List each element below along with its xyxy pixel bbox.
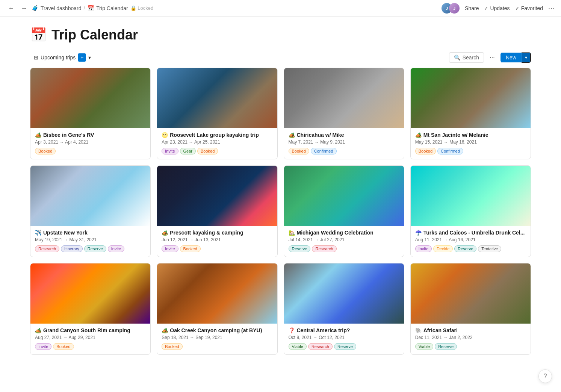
- travel-dashboard-icon: 🧳: [32, 5, 39, 12]
- lock-status: 🔒 Locked: [130, 5, 154, 11]
- top-nav: ← → 🧳 Travel dashboard / 📅 Trip Calendar…: [0, 0, 561, 17]
- updates-check: ✓: [484, 5, 488, 11]
- page-title-emoji: 📅: [30, 27, 47, 43]
- card-title-mtsan: 🏕️ Mt San Jacinto w/ Melanie: [415, 132, 526, 138]
- card-body-mtsan: 🏕️ Mt San Jacinto w/ MelanieMay 15, 2021…: [411, 128, 531, 159]
- search-button[interactable]: 🔍 Search: [449, 52, 484, 63]
- card-title-bisbee: 🏕️ Bisbee in Gene's RV: [35, 132, 146, 138]
- card-body-bisbee: 🏕️ Bisbee in Gene's RVApr 3, 2021 → Apr …: [30, 128, 150, 159]
- breadcrumb-child[interactable]: 📅 Trip Calendar: [87, 5, 128, 12]
- card-tags-safari: ViableReserve: [415, 343, 526, 350]
- card-title-text-grand: Grand Canyon South Rim camping: [43, 327, 130, 333]
- add-view-button[interactable]: +: [78, 53, 86, 62]
- new-button-main[interactable]: New: [501, 53, 522, 62]
- tag-decide-turks[interactable]: Decide: [433, 245, 453, 252]
- toolbar-more-button[interactable]: ···: [487, 52, 497, 63]
- tag-invite-turks[interactable]: Invite: [415, 245, 432, 252]
- card-title-chiricahua: 🏕️ Chiricahua w/ Mike: [289, 132, 399, 138]
- card-oak[interactable]: 🏕️ Oak Creek Canyon camping (at BYU)Sep …: [157, 263, 277, 355]
- new-button[interactable]: New ▾: [501, 52, 531, 63]
- tag-reserve-turks[interactable]: Reserve: [454, 245, 476, 252]
- tag-research-michigan[interactable]: Research: [312, 245, 336, 252]
- tag-reserve-michigan[interactable]: Reserve: [289, 245, 311, 252]
- card-body-grand: 🏕️ Grand Canyon South Rim campingAug 27,…: [30, 324, 150, 354]
- tag-itinerary-upstate[interactable]: Itinerary: [61, 245, 83, 252]
- card-body-oak: 🏕️ Oak Creek Canyon camping (at BYU)Sep …: [157, 324, 277, 354]
- card-bisbee[interactable]: 🏕️ Bisbee in Gene's RVApr 3, 2021 → Apr …: [30, 68, 151, 159]
- tag-confirmed-chiricahua[interactable]: Confirmed: [311, 148, 337, 154]
- card-title-text-central: Central America trip?: [297, 327, 350, 333]
- card-tags-turks: InviteDecideReserveTentative: [415, 245, 526, 252]
- tag-invite-prescott[interactable]: Invite: [162, 245, 178, 252]
- page-title-text: Trip Calendar: [51, 27, 138, 43]
- share-button[interactable]: Share: [465, 5, 479, 11]
- card-prescott[interactable]: 🏕️ Prescott kayaking & campingJun 12, 20…: [157, 165, 277, 257]
- card-emoji-upstate: ✈️: [35, 230, 41, 236]
- card-emoji-roosevelt: 🌝: [162, 132, 168, 138]
- card-tags-central: ViableResearchReserve: [289, 343, 399, 350]
- card-upstate[interactable]: ✈️ Upstate New YorkMay 19, 2021 → May 31…: [30, 165, 151, 257]
- card-central[interactable]: ❓ Central America trip?Oct 9, 2021 → Oct…: [284, 263, 404, 355]
- toolbar-left: ⊞ Upcoming trips + ▾: [30, 52, 95, 63]
- new-button-dropdown[interactable]: ▾: [522, 52, 531, 63]
- forward-button[interactable]: →: [19, 3, 29, 14]
- tag-invite-upstate[interactable]: Invite: [108, 245, 124, 252]
- card-image-upstate: [30, 166, 150, 226]
- tag-viable-central[interactable]: Viable: [289, 343, 307, 350]
- card-image-michigan: [284, 166, 404, 226]
- card-image-roosevelt: [157, 68, 277, 128]
- card-michigan[interactable]: 🏡 Michigan Wedding CelebrationJul 14, 20…: [284, 165, 404, 257]
- card-grand[interactable]: 🏕️ Grand Canyon South Rim campingAug 27,…: [30, 263, 151, 355]
- tag-reserve-central[interactable]: Reserve: [334, 343, 356, 350]
- tag-invite-grand[interactable]: Invite: [35, 343, 51, 350]
- updates-button[interactable]: ✓ Updates: [484, 5, 510, 11]
- card-roosevelt[interactable]: 🌝 Roosevelt Lake group kayaking tripApr …: [157, 68, 277, 159]
- card-safari[interactable]: 🐘 African SafariDec 11, 2021 → Jan 2, 20…: [410, 263, 531, 355]
- page-title: 📅 Trip Calendar: [30, 27, 531, 43]
- tag-tentative-turks[interactable]: Tentative: [478, 245, 501, 252]
- tag-booked-prescott[interactable]: Booked: [180, 245, 201, 252]
- card-title-grand: 🏕️ Grand Canyon South Rim camping: [35, 327, 146, 333]
- card-image-central: [284, 263, 404, 324]
- card-title-prescott: 🏕️ Prescott kayaking & camping: [162, 230, 272, 236]
- breadcrumb-separator: /: [83, 5, 85, 11]
- card-tags-mtsan: BookedConfirmed: [415, 148, 526, 154]
- card-body-safari: 🐘 African SafariDec 11, 2021 → Jan 2, 20…: [411, 324, 531, 354]
- card-title-text-roosevelt: Roosevelt Lake group kayaking trip: [170, 132, 259, 138]
- tag-invite-roosevelt[interactable]: Invite: [162, 148, 178, 154]
- tag-booked-chiricahua[interactable]: Booked: [289, 148, 309, 154]
- back-button[interactable]: ←: [6, 3, 17, 14]
- tag-research-upstate[interactable]: Research: [35, 245, 59, 252]
- card-emoji-mtsan: 🏕️: [415, 132, 422, 138]
- tag-gear-roosevelt[interactable]: Gear: [180, 148, 196, 154]
- tag-confirmed-mtsan[interactable]: Confirmed: [437, 148, 463, 154]
- tag-viable-safari[interactable]: Viable: [415, 343, 433, 350]
- tag-research-central[interactable]: Research: [308, 343, 333, 350]
- cards-grid: 🏕️ Bisbee in Gene's RVApr 3, 2021 → Apr …: [0, 68, 561, 370]
- card-title-text-prescott: Prescott kayaking & camping: [170, 230, 243, 236]
- search-label: Search: [463, 54, 479, 61]
- tag-reserve-safari[interactable]: Reserve: [435, 343, 457, 350]
- card-turks[interactable]: ☂️ Turks and Caicos - Umbrella Drunk Cel…: [410, 165, 531, 257]
- favorited-button[interactable]: ✓ Favorited: [515, 5, 543, 11]
- card-date-bisbee: Apr 3, 2021 → Apr 4, 2021: [35, 139, 146, 145]
- view-selector[interactable]: ⊞ Upcoming trips + ▾: [30, 52, 95, 63]
- card-chiricahua[interactable]: 🏕️ Chiricahua w/ MikeMay 7, 2021 → May 9…: [284, 68, 404, 159]
- tag-booked-grand[interactable]: Booked: [53, 343, 74, 350]
- card-body-prescott: 🏕️ Prescott kayaking & campingJun 12, 20…: [157, 226, 277, 257]
- more-options-button[interactable]: ···: [548, 4, 555, 12]
- help-button[interactable]: ?: [538, 369, 552, 383]
- tag-reserve-upstate[interactable]: Reserve: [84, 245, 106, 252]
- card-title-text-bisbee: Bisbee in Gene's RV: [43, 132, 94, 138]
- tag-booked-roosevelt[interactable]: Booked: [197, 148, 218, 154]
- tag-booked-oak[interactable]: Booked: [162, 343, 182, 350]
- breadcrumb-parent[interactable]: 🧳 Travel dashboard: [32, 5, 81, 12]
- page-header: 📅 Trip Calendar: [0, 17, 561, 49]
- card-emoji-prescott: 🏕️: [162, 230, 168, 236]
- tag-booked-mtsan[interactable]: Booked: [415, 148, 436, 154]
- tag-booked-bisbee[interactable]: Booked: [35, 148, 56, 154]
- card-tags-prescott: InviteBooked: [162, 245, 272, 252]
- card-image-bisbee: [30, 68, 150, 128]
- card-mtsan[interactable]: 🏕️ Mt San Jacinto w/ MelanieMay 15, 2021…: [410, 68, 531, 159]
- card-date-central: Oct 9, 2021 → Oct 12, 2021: [289, 335, 399, 340]
